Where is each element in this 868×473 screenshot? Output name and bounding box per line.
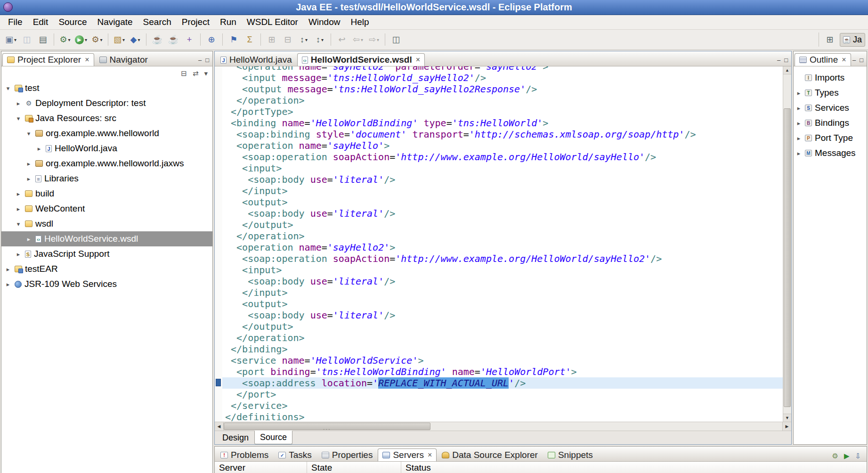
code-line[interactable]: <port binding='tns:HelloWorldBinding' na… bbox=[222, 366, 783, 377]
code-line[interactable]: </definitions> bbox=[222, 411, 783, 422]
new-web-project-button[interactable]: ▧▾ bbox=[111, 33, 127, 47]
code-line[interactable]: <operation name='sayHello2' parameterOrd… bbox=[222, 66, 783, 72]
code-line[interactable]: </output> bbox=[222, 219, 783, 230]
code-line[interactable]: </input> bbox=[222, 185, 783, 196]
collapsed-expander-icon[interactable]: ▸ bbox=[795, 135, 802, 142]
code-line[interactable]: <output> bbox=[222, 196, 783, 208]
code-line[interactable]: <input> bbox=[222, 163, 783, 174]
column-header-state[interactable]: State bbox=[307, 462, 401, 473]
outline-item-bindings[interactable]: ▸Bindings bbox=[794, 115, 867, 130]
maximize-view-icon[interactable]: □ bbox=[860, 57, 863, 63]
code-line[interactable]: <output message='tns:HelloWorld_sayHello… bbox=[222, 83, 783, 95]
expanded-expander-icon[interactable]: ▾ bbox=[4, 85, 12, 92]
menu-search[interactable]: Search bbox=[138, 16, 177, 28]
close-tab-icon[interactable]: × bbox=[428, 451, 432, 459]
code-line[interactable]: <binding name='HelloWorldBinding' type='… bbox=[222, 117, 783, 129]
link-with-editor-icon[interactable]: ⇄ bbox=[193, 70, 199, 77]
external-tools-button[interactable]: ⚙▾ bbox=[89, 33, 105, 47]
dropdown-arrow-icon[interactable]: ▾ bbox=[122, 37, 125, 42]
collapsed-expander-icon[interactable]: ▸ bbox=[25, 236, 32, 243]
collapse-all-icon[interactable]: ⊟ bbox=[181, 70, 187, 77]
link-with-editor-button[interactable]: ◫ bbox=[388, 33, 404, 47]
page-tab-design[interactable]: Design bbox=[217, 431, 254, 444]
code-line[interactable]: <soap:binding style='document' transport… bbox=[222, 129, 783, 140]
menu-wsdl-editor[interactable]: WSDL Editor bbox=[242, 16, 303, 28]
scroll-down-icon[interactable]: ▼ bbox=[783, 414, 791, 422]
menu-source[interactable]: Source bbox=[53, 16, 92, 28]
dropdown-arrow-icon[interactable]: ▾ bbox=[68, 37, 71, 42]
dropdown-arrow-icon[interactable]: ▾ bbox=[361, 37, 363, 42]
tree-item-wsdl[interactable]: ▾wsdl bbox=[1, 216, 212, 231]
source-editor[interactable]: <operation name='sayHello2' parameterOrd… bbox=[222, 66, 783, 422]
tree-item-org-example-www-helloworld[interactable]: ▾org.example.www.helloworld bbox=[1, 126, 212, 141]
menu-run[interactable]: Run bbox=[215, 16, 242, 28]
dropdown-arrow-icon[interactable]: ▾ bbox=[14, 37, 16, 42]
editor-tab-helloworld-java[interactable]: HelloWorld.java bbox=[216, 53, 297, 66]
horizontal-scroll-track[interactable] bbox=[224, 422, 782, 431]
view-tab-outline[interactable]: Outline× bbox=[795, 53, 851, 66]
collapsed-expander-icon[interactable]: ▸ bbox=[4, 281, 12, 288]
view-tab-snippets[interactable]: Snippets bbox=[543, 449, 598, 461]
expanded-expander-icon[interactable]: ▾ bbox=[15, 220, 22, 228]
outline-item-messages[interactable]: ▸Messages bbox=[794, 146, 867, 161]
outline-item-types[interactable]: ▸Types bbox=[794, 85, 867, 100]
schema-toggle-button[interactable]: Σ bbox=[242, 33, 258, 47]
view-tab-servers[interactable]: Servers× bbox=[378, 449, 437, 461]
expanded-expander-icon[interactable]: ▾ bbox=[15, 115, 22, 122]
menu-window[interactable]: Window bbox=[303, 16, 346, 28]
debug-button[interactable]: ⚙▾ bbox=[57, 33, 73, 47]
outline-item-services[interactable]: ▸Services bbox=[794, 100, 867, 115]
editor-vertical-scrollbar[interactable]: ▲ ▼ bbox=[783, 66, 791, 422]
web-browser-button[interactable]: ⊕ bbox=[203, 33, 219, 47]
java-ee-perspective-button[interactable]: Ja bbox=[840, 33, 865, 47]
server-start-button[interactable]: ▶ bbox=[844, 452, 850, 459]
code-line[interactable]: </binding> bbox=[222, 343, 783, 355]
new-java-package-button[interactable]: ☕ bbox=[165, 33, 181, 47]
code-line[interactable]: </service> bbox=[222, 400, 783, 411]
tree-item-testear[interactable]: ▸testEAR bbox=[1, 261, 212, 277]
server-mode-button[interactable]: ⚙ bbox=[832, 452, 838, 459]
view-menu-icon[interactable]: ▾ bbox=[204, 70, 208, 77]
outline-item-port-type[interactable]: ▸Port Type bbox=[794, 130, 867, 146]
code-line[interactable]: <soap:operation soapAction='http://www.e… bbox=[222, 253, 783, 264]
scroll-left-icon[interactable]: ◀ bbox=[215, 422, 224, 431]
column-header-status[interactable]: Status bbox=[401, 462, 867, 473]
tree-item-helloworld-java[interactable]: ▸HelloWorld.java bbox=[1, 141, 212, 156]
code-line[interactable]: <service name='HelloWorldService'> bbox=[222, 355, 783, 366]
tree-item-helloworldservice-wsdl[interactable]: ▸HelloWorldService.wsdl bbox=[1, 231, 212, 246]
collapsed-expander-icon[interactable]: ▸ bbox=[15, 100, 22, 107]
outline-item-imports[interactable]: Imports bbox=[794, 70, 867, 85]
view-tab-data-source-explorer[interactable]: Data Source Explorer bbox=[437, 449, 543, 461]
dropdown-arrow-icon[interactable]: ▾ bbox=[138, 37, 140, 42]
scroll-right-icon[interactable]: ▶ bbox=[782, 422, 791, 431]
print-button[interactable]: ▤ bbox=[35, 33, 51, 47]
close-tab-icon[interactable]: × bbox=[416, 56, 420, 64]
maximize-view-icon[interactable]: □ bbox=[784, 57, 788, 63]
vertical-scroll-track[interactable] bbox=[783, 74, 791, 414]
dropdown-arrow-icon[interactable]: ▾ bbox=[100, 37, 103, 42]
minimize-view-icon[interactable]: – bbox=[198, 57, 202, 63]
close-tab-icon[interactable]: × bbox=[85, 56, 89, 64]
collapsed-expander-icon[interactable]: ▸ bbox=[795, 105, 802, 112]
code-line[interactable]: </port> bbox=[222, 389, 783, 400]
tree-item-build[interactable]: ▸build bbox=[1, 186, 212, 201]
view-tab-navigator[interactable]: Navigator bbox=[95, 53, 153, 66]
vertical-scroll-thumb[interactable] bbox=[784, 108, 791, 407]
dropdown-arrow-icon[interactable]: ▾ bbox=[377, 37, 379, 42]
new-wizard-shortcut-button[interactable]: ◆▾ bbox=[127, 33, 143, 47]
view-tab-properties[interactable]: Properties bbox=[317, 449, 378, 461]
horizontal-scroll-thumb[interactable] bbox=[224, 423, 430, 430]
menu-file[interactable]: File bbox=[3, 16, 28, 28]
page-tab-source[interactable]: Source bbox=[254, 431, 292, 444]
code-line[interactable]: </portType> bbox=[222, 106, 783, 117]
code-line[interactable]: </output> bbox=[222, 321, 783, 332]
run-button[interactable]: ▶▾ bbox=[73, 33, 89, 47]
tree-item-java-resources-src[interactable]: ▾Java Resources: src bbox=[1, 111, 212, 126]
tree-item-org-example-www-helloworld-jaxws[interactable]: ▸org.example.www.helloworld.jaxws bbox=[1, 156, 212, 171]
collapsed-expander-icon[interactable]: ▸ bbox=[15, 190, 22, 197]
code-line[interactable]: </input> bbox=[222, 287, 783, 298]
menu-help[interactable]: Help bbox=[345, 16, 374, 28]
code-line[interactable]: <operation name='sayHello2'> bbox=[222, 242, 783, 253]
open-perspective-button[interactable]: ⊞ bbox=[822, 33, 838, 47]
collapsed-expander-icon[interactable]: ▸ bbox=[795, 120, 802, 127]
